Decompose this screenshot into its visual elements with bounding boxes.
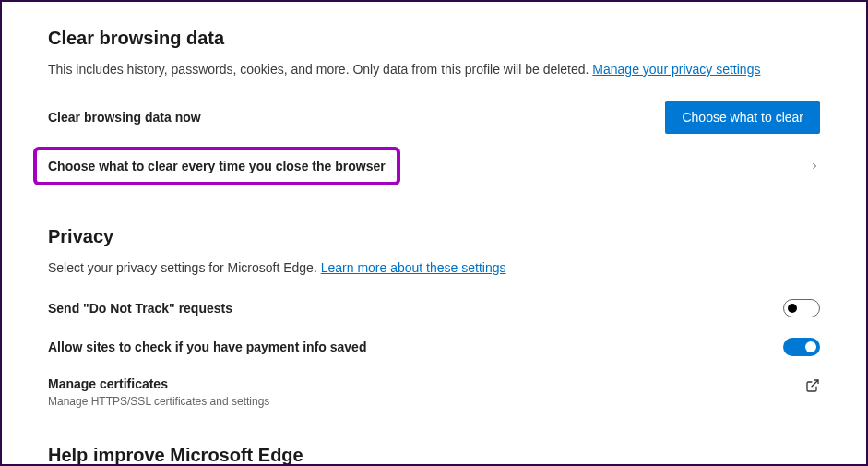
dnt-toggle[interactable] (783, 299, 820, 317)
external-link-icon (805, 378, 820, 393)
help-improve-section: Help improve Microsoft Edge (48, 445, 820, 466)
highlight-box: Choose what to clear every time you clos… (33, 147, 400, 185)
manage-certificates-row[interactable]: Manage certificates Manage HTTPS/SSL cer… (48, 376, 820, 408)
chevron-right-icon (809, 161, 820, 172)
clear-on-close-row[interactable]: Choose what to clear every time you clos… (48, 147, 820, 185)
payment-check-toggle[interactable] (783, 338, 820, 356)
clear-on-close-label: Choose what to clear every time you clos… (48, 159, 386, 173)
svg-line-0 (812, 380, 818, 387)
clear-now-label: Clear browsing data now (48, 110, 201, 125)
privacy-title: Privacy (48, 226, 820, 247)
privacy-section: Privacy Select your privacy settings for… (48, 226, 820, 408)
help-improve-title: Help improve Microsoft Edge (48, 445, 820, 466)
choose-what-to-clear-button[interactable]: Choose what to clear (665, 101, 820, 134)
payment-check-row: Allow sites to check if you have payment… (48, 338, 820, 356)
dnt-label: Send "Do Not Track" requests (48, 301, 232, 316)
clear-data-title: Clear browsing data (48, 28, 820, 49)
payment-check-label: Allow sites to check if you have payment… (48, 340, 366, 354)
certificates-sublabel: Manage HTTPS/SSL certificates and settin… (48, 395, 269, 408)
certificates-label: Manage certificates (48, 376, 269, 391)
clear-now-row: Clear browsing data now Choose what to c… (48, 101, 820, 134)
manage-privacy-link[interactable]: Manage your privacy settings (592, 62, 760, 77)
learn-more-link[interactable]: Learn more about these settings (321, 260, 506, 275)
dnt-row: Send "Do Not Track" requests (48, 299, 820, 317)
privacy-desc: Select your privacy settings for Microso… (48, 260, 820, 275)
clear-data-desc: This includes history, passwords, cookie… (48, 62, 820, 77)
clear-browsing-data-section: Clear browsing data This includes histor… (48, 28, 820, 185)
